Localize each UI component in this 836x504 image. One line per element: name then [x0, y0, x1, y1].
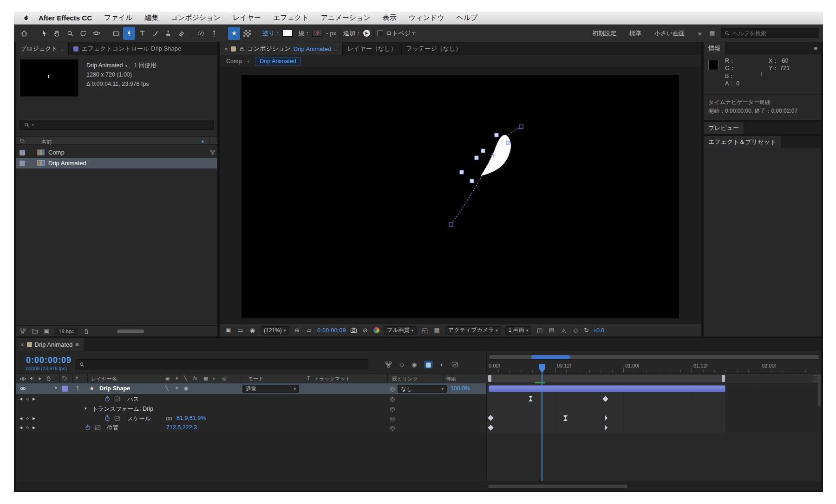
snapshot-camera-icon[interactable]: [350, 327, 357, 334]
kf-prev-icon[interactable]: ◀: [20, 426, 22, 430]
kf-add-icon[interactable]: ◇: [26, 397, 29, 401]
tab-effect-controls[interactable]: エフェクトコントロール Drip Shape: [69, 42, 186, 55]
position-value[interactable]: 712.5,222.3: [166, 424, 197, 431]
magnification-select[interactable]: (121%)▾: [261, 326, 289, 335]
label-column-icon[interactable]: [62, 375, 68, 381]
stopwatch-icon[interactable]: [104, 395, 111, 402]
timeline-h-scrollbar-thumb[interactable]: [488, 485, 627, 488]
new-composition-icon[interactable]: ▣: [44, 328, 49, 335]
panel-menu-icon[interactable]: ≡: [334, 45, 338, 52]
menu-effect[interactable]: エフェクト: [267, 13, 315, 22]
keyframe-scale-3[interactable]: [603, 415, 607, 420]
stroke-color-swatch[interactable]: ?: [312, 30, 322, 37]
tab-footage[interactable]: フッテージ（なし）: [402, 42, 466, 55]
timeline-button-icon[interactable]: ◬: [560, 327, 568, 334]
help-search[interactable]: [721, 28, 819, 38]
brush-tool-icon[interactable]: [149, 27, 161, 40]
trash-icon[interactable]: [83, 328, 90, 335]
layer-collapse-switch[interactable]: ☀: [175, 385, 179, 391]
keyframe-position-2[interactable]: [603, 425, 607, 430]
project-search-input[interactable]: [36, 122, 209, 128]
flowchart-icon[interactable]: [210, 149, 216, 155]
menu-window[interactable]: ウィンドウ: [403, 13, 451, 22]
show-channels-icon[interactable]: [373, 327, 379, 333]
layer-label-chip[interactable]: [62, 386, 68, 392]
keyframe-scale-1[interactable]: [488, 415, 494, 421]
kf-next-icon[interactable]: ▶: [33, 416, 35, 420]
tab-preview[interactable]: プレビュー: [704, 122, 744, 134]
shy-switch-icon[interactable]: ◉: [165, 375, 170, 381]
matte-column-header[interactable]: トラックマット: [314, 375, 351, 382]
tab-project[interactable]: プロジェクト ≡: [16, 42, 68, 55]
lock-column-icon[interactable]: [46, 375, 52, 381]
kf-prev-icon[interactable]: ◀: [20, 397, 22, 401]
kf-add-icon[interactable]: ◇: [26, 416, 29, 420]
rotobezier-label[interactable]: ロトベジェ: [386, 29, 417, 38]
close-icon[interactable]: ×: [224, 45, 228, 52]
composition-viewport[interactable]: [242, 75, 679, 318]
stopwatch-icon[interactable]: [104, 415, 111, 421]
property-name-scale[interactable]: スケール: [127, 415, 151, 423]
home-tool-icon[interactable]: [18, 27, 30, 40]
path-vertex-handle[interactable]: [475, 156, 478, 160]
snapshot-gallery-icon[interactable]: ▣: [224, 327, 232, 334]
menu-animation[interactable]: アニメーション: [315, 13, 377, 22]
lock-icon[interactable]: [239, 46, 245, 52]
keyframe-position-1[interactable]: [488, 425, 494, 431]
star-shape-tool-icon[interactable]: ★: [228, 27, 240, 40]
puppet-pin-tool-icon[interactable]: [208, 27, 220, 40]
stroke-width-value[interactable]: - px: [326, 30, 336, 37]
help-search-input[interactable]: [732, 30, 816, 37]
layer-expander-icon[interactable]: ▾: [55, 386, 57, 390]
breadcrumb-current[interactable]: Drip Animated: [255, 57, 301, 65]
column-divider[interactable]: [163, 374, 163, 384]
layer-duration-bar[interactable]: [489, 385, 725, 392]
path-vertex-handle[interactable]: [460, 170, 464, 174]
path-vertex-handle[interactable]: [470, 179, 474, 183]
view-layout-select[interactable]: 1 画面▾: [505, 326, 532, 335]
pickwhip-icon[interactable]: ◎: [390, 405, 395, 412]
time-ruler-zone[interactable]: 0:00f 00:12f 01:00f 01:12f 02:00f: [486, 351, 821, 373]
video-column-eye-icon[interactable]: [20, 376, 26, 381]
property-row-position[interactable]: ◀ ◇ ▶ 位置 712.5,222.3 ◎: [16, 423, 486, 433]
breadcrumb-comp[interactable]: Comp: [226, 58, 242, 65]
menu-layer[interactable]: レイヤー: [227, 13, 267, 22]
column-divider[interactable]: [443, 374, 444, 384]
blend-mode-select[interactable]: 通常 ▾: [242, 385, 299, 393]
pickwhip-icon[interactable]: ◎: [390, 424, 395, 431]
current-timecode[interactable]: 0:00:00:09: [26, 355, 72, 365]
kf-prev-icon[interactable]: ◀: [20, 416, 22, 420]
property-name-path[interactable]: パス: [127, 395, 139, 403]
tab-composition[interactable]: × コンポジション Drip Animated ≡: [220, 42, 342, 55]
tab-effects-presets[interactable]: エフェクト＆プリセット: [704, 136, 781, 148]
effects-switch-icon[interactable]: fx: [193, 375, 197, 381]
timeline-search[interactable]: [75, 359, 368, 369]
pen-tool-icon[interactable]: [123, 27, 135, 40]
panel-menu-icon[interactable]: ≡: [60, 45, 64, 52]
shape-path-overlay[interactable]: [242, 75, 679, 318]
cti-head[interactable]: [539, 364, 545, 373]
audio-column-icon[interactable]: [29, 375, 35, 381]
column-divider[interactable]: [72, 374, 73, 384]
path-vertex-handle[interactable]: [495, 133, 498, 137]
path-end-handle[interactable]: [449, 223, 453, 226]
property-row-path[interactable]: ◀ ◇ ▶ パス ◎: [16, 394, 486, 404]
parent-select[interactable]: なし ▾: [398, 385, 447, 393]
workspace-standard[interactable]: 標準: [623, 29, 648, 38]
name-column-header[interactable]: 名前: [41, 138, 52, 146]
layer-quality-switch[interactable]: ╲: [165, 385, 169, 391]
project-row-comp[interactable]: Comp: [16, 147, 217, 158]
column-divider[interactable]: [59, 374, 60, 384]
viewer-timecode[interactable]: 0:00:00:09: [317, 327, 346, 334]
exposure-value[interactable]: +0.0: [593, 327, 604, 334]
three-d-switch-icon[interactable]: ◎: [222, 375, 227, 381]
dropdown-icon[interactable]: ▼: [124, 64, 128, 68]
keyframe-scale-2[interactable]: [563, 415, 568, 421]
apple-menu-icon[interactable]: [20, 12, 32, 25]
show-snapshot-icon[interactable]: ⊘: [361, 327, 369, 334]
keyframe-path-1[interactable]: [529, 396, 533, 401]
menu-composition[interactable]: コンポジション: [164, 13, 226, 22]
timeline-v-scrollbar-thumb[interactable]: [818, 374, 821, 407]
column-divider[interactable]: [87, 374, 88, 384]
sort-ascending-icon[interactable]: ▲: [201, 139, 205, 143]
